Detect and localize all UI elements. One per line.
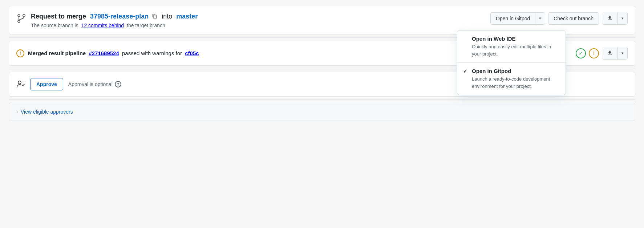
dropdown-item-gitpod[interactable]: ✓ Open in Gitpod Launch a ready-to-code … (457, 63, 566, 95)
web-ide-desc: Quickly and easily edit multiple files i… (463, 43, 560, 57)
merge-title-block: Request to merge 37985-release-plan into… (31, 12, 198, 28)
commits-behind-link[interactable]: 12 commits behind (81, 23, 124, 28)
approve-button[interactable]: Approve (30, 78, 63, 90)
dropdown-item-web-ide-header: Open in Web IDE (463, 36, 560, 42)
approvers-card: › View eligible approvers (9, 103, 635, 121)
pipeline-commit-link[interactable]: cf05c (185, 50, 199, 56)
pipeline-download-dropdown[interactable]: ▾ (618, 47, 627, 59)
into-text: into (162, 13, 172, 20)
request-to-merge-text: Request to merge (31, 13, 86, 20)
approval-help-icon[interactable]: ? (115, 81, 121, 87)
approvers-chevron: › (16, 109, 18, 114)
gitpod-dropdown-menu: Open in Web IDE Quickly and easily edit … (457, 30, 566, 95)
copy-icon[interactable] (152, 13, 157, 21)
gitpod-dropdown-chevron: ▾ (539, 16, 541, 21)
pipeline-download-chevron: ▾ (621, 51, 624, 56)
svg-point-0 (18, 15, 20, 17)
pipeline-download-icon (607, 50, 612, 55)
svg-point-4 (18, 81, 21, 84)
pipeline-text: Merged result pipeline #271689524 passed… (28, 50, 199, 56)
page-wrapper: Request to merge 37985-release-plan into… (0, 0, 644, 228)
pipeline-link[interactable]: #271689524 (89, 50, 119, 56)
web-ide-title: Open in Web IDE (472, 36, 516, 42)
merge-title: Request to merge 37985-release-plan into… (31, 12, 198, 21)
gitpod-title: Open in Gitpod (472, 68, 511, 74)
merge-header: Request to merge 37985-release-plan into… (16, 12, 628, 28)
pipeline-warning-icon: ! (16, 49, 24, 57)
gitpod-desc: Launch a ready-to-code development envir… (463, 76, 560, 90)
download-button-group: ▾ (602, 12, 628, 25)
svg-point-1 (23, 15, 25, 17)
approval-optional-text: Approval is optional ? (68, 81, 121, 87)
svg-point-2 (18, 20, 20, 23)
check-out-branch-button[interactable]: Check out branch (548, 12, 599, 25)
approvers-label: View eligible approvers (21, 109, 73, 115)
open-gitpod-dropdown-toggle[interactable]: ▾ (535, 13, 545, 24)
branch-name-link[interactable]: 37985-release-plan (90, 13, 149, 20)
pipeline-status-green: ✓ (576, 48, 586, 58)
approvers-toggle[interactable]: › View eligible approvers (16, 109, 628, 115)
gitpod-check-mark: ✓ (463, 68, 469, 74)
merge-subtitle: The source branch is 12 commits behind t… (31, 23, 198, 28)
open-gitpod-button[interactable]: Open in Gitpod (491, 13, 535, 24)
merge-actions: Open in Gitpod ▾ Check out branch ▾ (490, 12, 628, 25)
optional-label: Approval is optional (68, 81, 113, 87)
download-chevron: ▾ (621, 16, 624, 21)
pipeline-download-group: ▾ (602, 47, 628, 60)
download-dropdown-toggle[interactable]: ▾ (618, 12, 627, 24)
pipeline-status-orange: ! (589, 48, 599, 58)
merge-icon (16, 13, 27, 26)
separator-3 (9, 99, 635, 100)
dropdown-item-gitpod-header: ✓ Open in Gitpod (463, 68, 560, 74)
merge-header-card: Request to merge 37985-release-plan into… (9, 6, 635, 34)
subtitle-suffix: the target branch (127, 23, 165, 28)
user-check-icon (16, 80, 25, 89)
download-button[interactable] (602, 12, 618, 24)
green-check-icon: ✓ (579, 50, 583, 56)
pipeline-text-middle: passed with warnings for (122, 50, 182, 56)
download-icon (607, 15, 612, 20)
pipeline-text-prefix: Merged result pipeline (28, 50, 86, 56)
open-gitpod-button-group: Open in Gitpod ▾ (490, 12, 545, 25)
target-branch-link[interactable]: master (176, 13, 198, 20)
pipeline-download-button[interactable] (602, 47, 618, 59)
orange-warning-icon: ! (593, 51, 595, 56)
pipeline-left: ! Merged result pipeline #271689524 pass… (16, 49, 199, 57)
subtitle-prefix: The source branch is (31, 23, 78, 28)
dropdown-item-web-ide[interactable]: Open in Web IDE Quickly and easily edit … (457, 30, 566, 63)
merge-left: Request to merge 37985-release-plan into… (16, 12, 198, 28)
pipeline-right: ✓ ! ▾ (576, 47, 628, 60)
